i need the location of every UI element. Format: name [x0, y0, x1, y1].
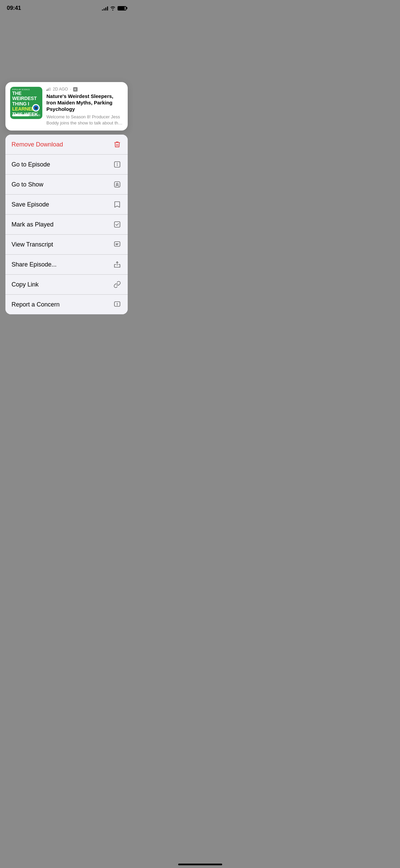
- episode-title: Nature's Weirdest Sleepers, Iron Maiden …: [46, 93, 123, 112]
- artwork-eye-icon: [32, 104, 40, 112]
- episode-signal-icon: [46, 87, 51, 91]
- bookmark-icon: [113, 200, 122, 209]
- episode-time-ago: 2D AGO: [53, 87, 68, 92]
- go-to-show-label: Go to Show: [12, 181, 43, 188]
- episode-description: Welcome to Season 8! Producer Jess Boddy…: [46, 114, 123, 126]
- meta-bar-1: [46, 90, 47, 91]
- menu-item-share-episode[interactable]: Share Episode...: [5, 255, 128, 275]
- exclamation-bubble-icon: [113, 300, 122, 309]
- share-episode-label: Share Episode...: [12, 261, 57, 268]
- artwork-title: THEWEIRDESTTHING I LEARNEDTHIS WEEK: [12, 91, 38, 117]
- signal-bar-1: [102, 9, 103, 11]
- view-transcript-label: View Transcript: [12, 241, 53, 248]
- svg-point-4: [116, 183, 118, 185]
- context-menu: Remove Download Go to Episode: [5, 135, 128, 314]
- menu-item-remove-download[interactable]: Remove Download: [5, 135, 128, 155]
- battery-icon: [118, 6, 126, 11]
- menu-item-report-concern[interactable]: Report a Concern: [5, 295, 128, 314]
- meta-bar-4: [50, 87, 51, 91]
- episode-meta: 2D AGO · E: [46, 87, 123, 92]
- menu-item-mark-as-played[interactable]: Mark as Played: [5, 215, 128, 235]
- signal-bar-4: [107, 6, 108, 11]
- link-icon: [113, 280, 122, 289]
- status-icons: [102, 6, 126, 11]
- remove-download-label: Remove Download: [12, 141, 63, 148]
- explicit-label: E: [75, 88, 76, 91]
- svg-rect-3: [114, 182, 120, 188]
- share-icon: [113, 260, 122, 269]
- episode-artwork: POPULAR SCIENCE THEWEIRDESTTHING I LEARN…: [10, 87, 42, 119]
- info-icon: [113, 160, 122, 169]
- meta-bar-2: [48, 88, 49, 91]
- menu-item-go-to-episode[interactable]: Go to Episode: [5, 155, 128, 175]
- meta-separator: ·: [70, 87, 71, 92]
- artwork-progress-bar: [12, 114, 40, 116]
- menu-item-go-to-show[interactable]: Go to Show: [5, 175, 128, 195]
- menu-item-view-transcript[interactable]: View Transcript: [5, 235, 128, 255]
- podcast-icon: [113, 180, 122, 189]
- status-bar: 09:41: [0, 0, 133, 14]
- menu-item-copy-link[interactable]: Copy Link: [5, 275, 128, 295]
- battery-fill: [118, 7, 125, 10]
- save-episode-label: Save Episode: [12, 201, 49, 208]
- wifi-icon: [110, 6, 115, 11]
- go-to-episode-label: Go to Episode: [12, 161, 50, 168]
- quote-bubble-icon: [113, 240, 122, 249]
- svg-rect-5: [114, 222, 120, 228]
- signal-bar-2: [104, 8, 105, 11]
- episode-card[interactable]: POPULAR SCIENCE THEWEIRDESTTHING I LEARN…: [5, 82, 128, 131]
- trash-icon: [113, 140, 122, 149]
- main-content: POPULAR SCIENCE THEWEIRDESTTHING I LEARN…: [0, 82, 133, 314]
- explicit-badge: E: [73, 87, 78, 92]
- report-concern-label: Report a Concern: [12, 301, 60, 308]
- copy-link-label: Copy Link: [12, 281, 39, 288]
- mark-as-played-label: Mark as Played: [12, 221, 54, 228]
- status-time: 09:41: [7, 5, 21, 12]
- meta-bar-3: [49, 87, 50, 91]
- menu-item-save-episode[interactable]: Save Episode: [5, 195, 128, 215]
- signal-bars-icon: [102, 6, 108, 11]
- signal-bar-3: [105, 7, 106, 11]
- checkmark-square-icon: [113, 220, 122, 229]
- episode-info: 2D AGO · E Nature's Weirdest Sleepers, I…: [46, 87, 123, 126]
- artwork-progress-fill: [12, 114, 29, 116]
